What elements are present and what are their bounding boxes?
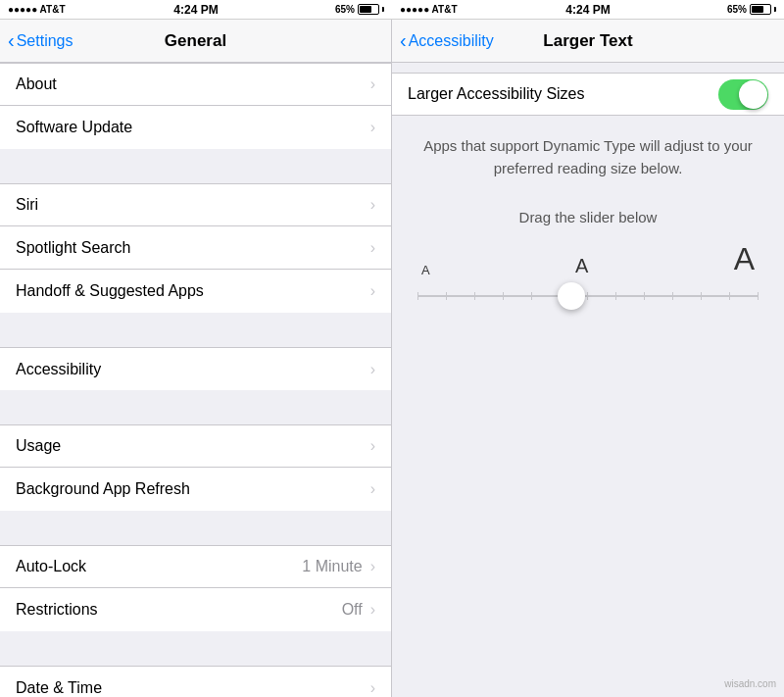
- siri-label: Siri: [16, 196, 38, 214]
- accessibility-chevron-icon: ›: [370, 361, 375, 378]
- back-chevron-icon: ‹: [8, 30, 15, 50]
- left-time: 4:24 PM: [173, 3, 218, 17]
- back-chevron-right-icon: ‹: [400, 30, 407, 50]
- settings-row-handoff[interactable]: Handoff & Suggested Apps ›: [0, 270, 391, 313]
- section-group-3: Accessibility ›: [0, 347, 391, 390]
- divider-5: [0, 631, 391, 666]
- usage-row-right: ›: [370, 437, 375, 455]
- section-group-6: Date & Time ›: [0, 666, 391, 697]
- right-time: 4:24 PM: [565, 3, 610, 17]
- settings-row-datetime[interactable]: Date & Time ›: [0, 666, 391, 697]
- settings-row-siri[interactable]: Siri ›: [0, 183, 391, 226]
- settings-back-button[interactable]: ‹ Settings: [8, 31, 73, 50]
- settings-row-spotlight[interactable]: Spotlight Search ›: [0, 226, 391, 270]
- toggle-label: Larger Accessibility Sizes: [408, 85, 585, 103]
- bg-refresh-label: Background App Refresh: [16, 480, 190, 498]
- right-content: Larger Accessibility Sizes Apps that sup…: [392, 63, 784, 697]
- software-update-row-right: ›: [370, 119, 375, 136]
- siri-chevron-icon: ›: [370, 196, 375, 214]
- autolock-chevron-icon: ›: [370, 558, 375, 575]
- slider-section: Drag the slider below A A A: [392, 199, 784, 321]
- spotlight-chevron-icon: ›: [370, 239, 375, 257]
- divider-1: [0, 149, 391, 183]
- right-battery-icon: [750, 4, 776, 15]
- autolock-value: 1 Minute: [302, 558, 362, 575]
- panels: ‹ Settings General About › Software Upda…: [0, 20, 784, 697]
- datetime-label: Date & Time: [16, 679, 102, 697]
- left-battery-info: 65%: [335, 4, 384, 15]
- about-chevron-icon: ›: [370, 75, 375, 93]
- bg-refresh-row-right: ›: [370, 480, 375, 498]
- right-back-label: Accessibility: [409, 32, 494, 50]
- slider-track: [417, 295, 759, 297]
- back-label: Settings: [17, 32, 74, 50]
- left-nav-bar: ‹ Settings General: [0, 20, 391, 63]
- spotlight-row-right: ›: [370, 239, 375, 257]
- autolock-label: Auto-Lock: [16, 558, 86, 575]
- divider-4: [0, 511, 391, 545]
- restrictions-label: Restrictions: [16, 601, 98, 619]
- siri-row-right: ›: [370, 196, 375, 214]
- larger-accessibility-toggle-row[interactable]: Larger Accessibility Sizes: [392, 73, 784, 116]
- usage-label: Usage: [16, 437, 61, 455]
- restrictions-value: Off: [342, 601, 363, 619]
- restrictions-chevron-icon: ›: [370, 601, 375, 619]
- slider-label-mid: A: [575, 255, 588, 277]
- description-text: Apps that support Dynamic Type will adju…: [392, 116, 784, 199]
- watermark: wisadn.com: [724, 678, 776, 689]
- slider-labels: A A A: [417, 241, 759, 277]
- right-battery-info: 65%: [727, 4, 776, 15]
- right-nav-bar: ‹ Accessibility Larger Text: [392, 20, 784, 63]
- slider-label-large: A: [734, 241, 755, 277]
- right-carrier: ●●●●● AT&T: [400, 4, 458, 15]
- accessibility-row-right: ›: [370, 361, 375, 378]
- right-status-bar: ●●●●● AT&T 4:24 PM 65%: [392, 0, 784, 20]
- section-group-4: Usage › Background App Refresh ›: [0, 424, 391, 511]
- toggle-switch[interactable]: [718, 79, 768, 110]
- autolock-row-right: 1 Minute ›: [302, 558, 375, 575]
- settings-row-autolock[interactable]: Auto-Lock 1 Minute ›: [0, 545, 391, 588]
- slider-container: A A A: [408, 241, 768, 311]
- about-label: About: [16, 75, 57, 93]
- left-status-bar: ●●●●● AT&T 4:24 PM 65%: [0, 0, 392, 20]
- divider-3: [0, 390, 391, 424]
- left-nav-title: General: [165, 31, 226, 51]
- section-group-5: Auto-Lock 1 Minute › Restrictions Off ›: [0, 545, 391, 631]
- section-group-2: Siri › Spotlight Search › Handoff & Sugg…: [0, 183, 391, 313]
- datetime-chevron-icon: ›: [370, 679, 375, 697]
- handoff-row-right: ›: [370, 282, 375, 300]
- slider-thumb[interactable]: [558, 282, 585, 310]
- right-panel: ‹ Accessibility Larger Text Larger Acces…: [392, 20, 784, 697]
- right-nav-title: Larger Text: [543, 31, 632, 51]
- settings-row-bg-refresh[interactable]: Background App Refresh ›: [0, 468, 391, 511]
- handoff-label: Handoff & Suggested Apps: [16, 282, 204, 300]
- left-carrier: ●●●●● AT&T: [8, 4, 66, 15]
- usage-chevron-icon: ›: [370, 437, 375, 455]
- slider-instruction: Drag the slider below: [408, 209, 768, 225]
- software-update-label: Software Update: [16, 119, 132, 136]
- settings-row-about[interactable]: About ›: [0, 63, 391, 106]
- status-bars: ●●●●● AT&T 4:24 PM 65% ●●●●● AT&T 4:24 P…: [0, 0, 784, 20]
- restrictions-row-right: Off ›: [342, 601, 375, 619]
- accessibility-back-button[interactable]: ‹ Accessibility: [400, 31, 494, 50]
- bg-refresh-chevron-icon: ›: [370, 480, 375, 498]
- handoff-chevron-icon: ›: [370, 282, 375, 300]
- toggle-knob: [739, 80, 767, 109]
- about-row-right: ›: [370, 75, 375, 93]
- slider-label-small: A: [421, 263, 430, 277]
- settings-list: About › Software Update › Siri: [0, 63, 391, 697]
- accessibility-label: Accessibility: [16, 361, 101, 378]
- spotlight-label: Spotlight Search: [16, 239, 130, 257]
- settings-row-software-update[interactable]: Software Update ›: [0, 106, 391, 149]
- settings-row-restrictions[interactable]: Restrictions Off ›: [0, 588, 391, 631]
- datetime-row-right: ›: [370, 679, 375, 697]
- left-panel: ‹ Settings General About › Software Upda…: [0, 20, 392, 697]
- settings-row-accessibility[interactable]: Accessibility ›: [0, 347, 391, 390]
- slider-track-container[interactable]: [417, 281, 759, 311]
- divider-2: [0, 313, 391, 347]
- software-update-chevron-icon: ›: [370, 119, 375, 136]
- settings-row-usage[interactable]: Usage ›: [0, 424, 391, 468]
- section-group-1: About › Software Update ›: [0, 63, 391, 149]
- left-battery-icon: [358, 4, 384, 15]
